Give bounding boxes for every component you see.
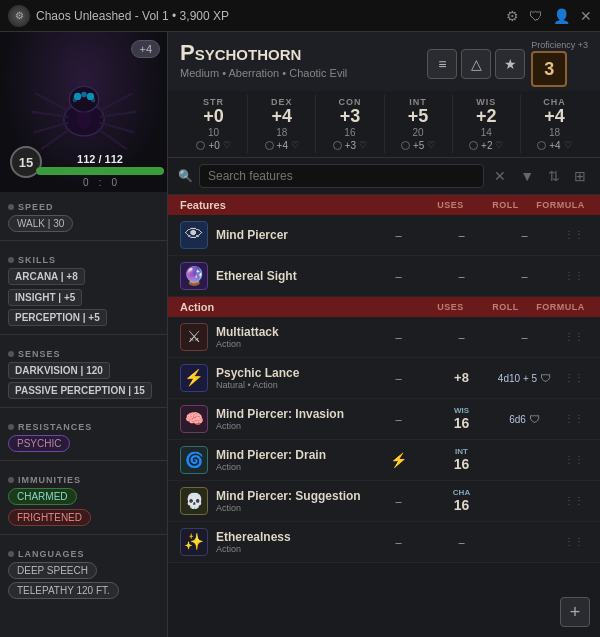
- temp-hp-row: 0 : 0: [36, 177, 164, 188]
- telepathy-chip: TELEPATHY 120 FT.: [8, 582, 119, 599]
- search-input[interactable]: [199, 164, 484, 188]
- sort-icon[interactable]: ⇅: [544, 166, 564, 186]
- languages-section: LANGUAGES DEEP SPEECH TELEPATHY 120 FT.: [0, 539, 167, 603]
- ethereal-sight-formula: –: [497, 270, 552, 282]
- shield-icon[interactable]: 🛡: [529, 8, 543, 24]
- darkvision-chip: DARKVISION | 120: [8, 362, 110, 379]
- arcana-chip: ARCANA | +8: [8, 268, 85, 285]
- feature-psychic-lance[interactable]: ⚡ Psychic Lance Natural • Action – +8 4d…: [168, 358, 600, 399]
- heart-int: ♡: [427, 140, 435, 150]
- layers-icon[interactable]: ⊞: [570, 166, 590, 186]
- top-bar-right: ⚙ 🛡 👤 ✕: [506, 8, 592, 24]
- etherealness-icon: ✨: [180, 528, 208, 556]
- expand-icon[interactable]: ⋮⋮: [560, 452, 588, 467]
- heart-dex: ♡: [291, 140, 299, 150]
- ability-str: STR +0 10 +0 ♡: [180, 95, 248, 153]
- feature-etherealness[interactable]: ✨ Etherealness Action – – ⋮⋮: [168, 522, 600, 563]
- user-icon[interactable]: 👤: [553, 8, 570, 24]
- sidebar: 15 +4 112 / 112 0 : 0 SPEED: [0, 32, 168, 637]
- expand-icon[interactable]: ⋮⋮: [560, 493, 588, 508]
- ethereal-sight-name-area: Ethereal Sight: [216, 269, 363, 283]
- expand-icon[interactable]: ⋮⋮: [560, 370, 588, 385]
- svg-line-14: [99, 129, 127, 148]
- feature-multiattack[interactable]: ⚔ Multiattack Action – – – ⋮⋮: [168, 317, 600, 358]
- filter-clear-icon[interactable]: ✕: [490, 166, 510, 186]
- feature-mind-drain[interactable]: 🌀 Mind Piercer: Drain Action ⚡ INT 16 ⋮⋮: [168, 440, 600, 481]
- psychic-chip: PSYCHIC: [8, 435, 70, 452]
- prof-label: Proficiency +3: [531, 40, 588, 50]
- top-bar-left: ⚙ Chaos Unleashed - Vol 1 • 3,900 XP: [8, 5, 229, 27]
- mind-piercer-formula: –: [497, 229, 552, 241]
- search-icon: 🔍: [178, 169, 193, 183]
- immunities-row: CHARMED FRIGHTENED: [8, 488, 159, 526]
- psychic-lance-icon: ⚡: [180, 364, 208, 392]
- close-icon[interactable]: ✕: [580, 8, 592, 24]
- add-button[interactable]: +: [560, 597, 590, 627]
- portrait-area: 15 +4 112 / 112 0 : 0: [0, 32, 168, 192]
- feature-ethereal-sight[interactable]: 🔮 Ethereal Sight – – – ⋮⋮: [168, 256, 600, 297]
- psychic-lance-formula: 4d10 + 5 🛡: [497, 372, 552, 384]
- prof-box-area: Proficiency +3 3: [531, 40, 588, 87]
- ethereal-sight-uses: –: [371, 270, 426, 282]
- filter-icon[interactable]: ▼: [516, 166, 538, 186]
- temp-hp-val2: 0: [111, 177, 117, 188]
- app-logo[interactable]: ⚙: [8, 5, 30, 27]
- ability-wis: WIS +2 14 +2 ♡: [453, 95, 521, 153]
- save-circle-str: [196, 141, 205, 150]
- save-circle-int: [401, 141, 410, 150]
- character-name: Psychothorn: [180, 40, 347, 66]
- multiattack-name: Multiattack: [216, 325, 363, 339]
- expand-icon[interactable]: ⋮⋮: [560, 329, 588, 344]
- save-circle-cha: [537, 141, 546, 150]
- feature-mind-piercer[interactable]: 👁 Mind Piercer – – – ⋮⋮: [168, 215, 600, 256]
- psychic-lance-name-area: Psychic Lance Natural • Action: [216, 366, 363, 390]
- mind-invasion-name: Mind Piercer: Invasion: [216, 407, 363, 421]
- multiattack-sub: Action: [216, 339, 363, 349]
- expand-icon[interactable]: ⋮⋮: [560, 268, 588, 283]
- etherealness-name-area: Etherealness Action: [216, 530, 363, 554]
- expand-icon[interactable]: ⋮⋮: [560, 227, 588, 242]
- senses-row: DARKVISION | 120: [8, 362, 159, 379]
- resistances-label: RESISTANCES: [8, 422, 159, 432]
- ability-scores: STR +0 10 +0 ♡ DEX +4 18: [168, 91, 600, 157]
- etherealness-uses: –: [371, 536, 426, 548]
- languages-row2: TELEPATHY 120 FT.: [8, 582, 159, 599]
- prof-icons: ≡ △ ★: [427, 49, 525, 79]
- campaign-title: Chaos Unleashed - Vol 1 • 3,900 XP: [36, 9, 229, 23]
- prof-area: ≡ △ ★ Proficiency +3 3: [427, 40, 588, 87]
- resistances-row: PSYCHIC: [8, 435, 159, 452]
- speed-section: SPEED WALK | 30: [0, 192, 167, 236]
- ethereal-sight-roll: –: [434, 270, 489, 282]
- expand-icon[interactable]: ⋮⋮: [560, 411, 588, 426]
- features-area: Features USES ROLL FORMULA 👁 Mind Pierce…: [168, 195, 600, 637]
- mind-invasion-uses: –: [371, 413, 426, 425]
- ethereal-sight-icon: 🔮: [180, 262, 208, 290]
- deep-speech-chip: DEEP SPEECH: [8, 562, 97, 579]
- svg-line-13: [101, 123, 134, 132]
- psychic-lance-name: Psychic Lance: [216, 366, 363, 380]
- save-circle-con: [333, 141, 342, 150]
- shield-btn[interactable]: △: [461, 49, 491, 79]
- feature-mind-invasion[interactable]: 🧠 Mind Piercer: Invasion Action – WIS 16…: [168, 399, 600, 440]
- skills-row: ARCANA | +8 INSIGHT | +5: [8, 268, 159, 306]
- ability-int: INT +5 20 +5 ♡: [385, 95, 453, 153]
- skills-section: SKILLS ARCANA | +8 INSIGHT | +5 PERCEPTI…: [0, 245, 167, 330]
- hp-fill: [36, 167, 164, 175]
- expand-icon[interactable]: ⋮⋮: [560, 534, 588, 549]
- star-btn[interactable]: ★: [495, 49, 525, 79]
- mind-drain-name: Mind Piercer: Drain: [216, 448, 363, 462]
- immunities-label: IMMUNITIES: [8, 475, 159, 485]
- action-title: Action: [180, 301, 423, 313]
- settings-icon[interactable]: ⚙: [506, 8, 519, 24]
- feature-mind-suggestion[interactable]: 💀 Mind Piercer: Suggestion Action – CHA …: [168, 481, 600, 522]
- perception-chip: PERCEPTION | +5: [8, 309, 107, 326]
- content-wrapper: Psychothorn Medium • Aberration • Chaoti…: [168, 32, 600, 637]
- mind-drain-icon: 🌀: [180, 446, 208, 474]
- psychic-lance-roll: +8: [434, 370, 489, 385]
- svg-line-11: [101, 94, 132, 111]
- char-header: Psychothorn Medium • Aberration • Chaoti…: [168, 32, 600, 158]
- svg-point-5: [73, 98, 78, 103]
- heart-str: ♡: [223, 140, 231, 150]
- mind-invasion-icon: 🧠: [180, 405, 208, 433]
- menu-icon-btn[interactable]: ≡: [427, 49, 457, 79]
